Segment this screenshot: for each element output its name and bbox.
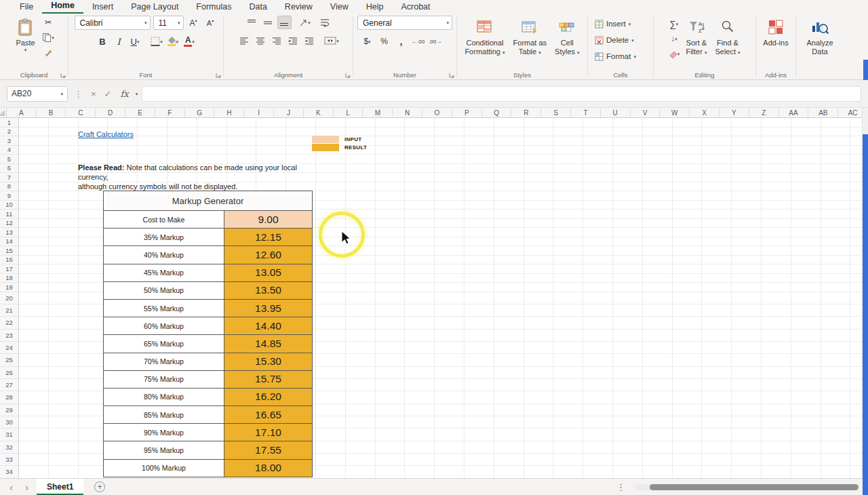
- column-header-F[interactable]: F: [155, 108, 185, 117]
- row-header-31[interactable]: 31: [0, 429, 18, 441]
- grow-font-button[interactable]: A▴: [186, 16, 201, 30]
- row-header-2[interactable]: 2: [0, 127, 18, 137]
- row-header-32[interactable]: 32: [0, 441, 18, 454]
- row-label-cell[interactable]: Cost to Make: [104, 211, 224, 228]
- align-top-button[interactable]: [245, 16, 259, 29]
- row-header-10[interactable]: 10: [0, 201, 18, 210]
- column-header-H[interactable]: H: [214, 108, 244, 117]
- percent-style-button[interactable]: %: [377, 35, 391, 48]
- row-label-cell[interactable]: 70% Markup: [104, 353, 224, 370]
- scrollbar-menu-icon[interactable]: ⋮: [616, 482, 625, 492]
- column-header-I[interactable]: I: [244, 108, 274, 117]
- underline-button[interactable]: U▾: [128, 35, 142, 48]
- row-value-cell[interactable]: 16.20: [224, 389, 312, 405]
- row-header-14[interactable]: 14: [0, 237, 18, 247]
- menu-tab-page-layout[interactable]: Page Layout: [122, 1, 187, 14]
- row-header-33[interactable]: 33: [0, 454, 18, 466]
- row-header-13[interactable]: 13: [0, 228, 18, 237]
- column-header-E[interactable]: E: [125, 108, 155, 117]
- row-header-6[interactable]: 6: [0, 164, 18, 174]
- menu-tab-review[interactable]: Review: [276, 1, 321, 14]
- row-label-cell[interactable]: 90% Markup: [104, 424, 224, 441]
- sort-filter-button[interactable]: AZ Sort & Filter ▾: [682, 16, 710, 58]
- comma-style-button[interactable]: ,: [394, 35, 408, 48]
- font-color-button[interactable]: A ▾: [182, 35, 197, 48]
- fx-icon[interactable]: fx: [118, 89, 132, 99]
- row-header-22[interactable]: 22: [0, 317, 18, 329]
- column-header-Y[interactable]: Y: [719, 108, 749, 117]
- row-value-cell[interactable]: 17.55: [224, 441, 312, 458]
- row-label-cell[interactable]: 100% Markup: [104, 460, 224, 477]
- row-value-cell[interactable]: 14.85: [224, 335, 312, 352]
- font-dialog-launcher[interactable]: [215, 72, 222, 79]
- menu-tab-formulas[interactable]: Formulas: [187, 1, 240, 14]
- column-header-AA[interactable]: AA: [779, 108, 809, 117]
- row-header-4[interactable]: 4: [0, 146, 18, 155]
- column-header-A[interactable]: A: [7, 108, 37, 117]
- align-center-button[interactable]: [253, 34, 267, 47]
- fill-button[interactable]: ↓▾: [667, 32, 681, 45]
- row-label-cell[interactable]: 45% Markup: [104, 264, 224, 281]
- column-header-S[interactable]: S: [541, 108, 571, 117]
- row-value-cell[interactable]: 13.95: [224, 300, 312, 317]
- column-header-O[interactable]: O: [422, 108, 452, 117]
- row-label-cell[interactable]: 80% Markup: [104, 389, 224, 405]
- row-header-16[interactable]: 16: [0, 256, 18, 265]
- row-value-cell[interactable]: 9.00: [224, 211, 312, 228]
- row-value-cell[interactable]: 13.50: [224, 282, 312, 299]
- decrease-indent-button[interactable]: [285, 34, 300, 47]
- bold-button[interactable]: B: [96, 35, 110, 48]
- row-header-18[interactable]: 18: [0, 274, 18, 283]
- column-header-P[interactable]: P: [452, 108, 482, 117]
- column-header-M[interactable]: M: [363, 108, 393, 117]
- row-header-15[interactable]: 15: [0, 246, 18, 256]
- fill-color-button[interactable]: ▾: [166, 35, 180, 48]
- row-header-5[interactable]: 5: [0, 155, 18, 164]
- row-label-cell[interactable]: 50% Markup: [104, 282, 224, 299]
- row-header-28[interactable]: 28: [0, 391, 18, 403]
- number-dialog-launcher[interactable]: [448, 72, 455, 79]
- sheet-nav-right-icon[interactable]: ›: [21, 482, 33, 492]
- menu-tab-insert[interactable]: Insert: [83, 1, 122, 14]
- orientation-button[interactable]: ▾: [298, 16, 312, 29]
- horizontal-scrollbar[interactable]: [635, 484, 859, 490]
- menu-tab-file[interactable]: File: [11, 1, 42, 14]
- row-value-cell[interactable]: 12.60: [224, 246, 312, 263]
- enter-icon[interactable]: ✓: [102, 89, 114, 99]
- row-label-cell[interactable]: 65% Markup: [104, 335, 224, 352]
- row-value-cell[interactable]: 13.05: [224, 264, 312, 281]
- column-header-G[interactable]: G: [185, 108, 215, 117]
- row-header-21[interactable]: 21: [0, 304, 18, 317]
- row-value-cell[interactable]: 18.00: [224, 460, 312, 477]
- insert-cells-button[interactable]: Insert ▾: [591, 16, 650, 32]
- horizontal-scrollbar-thumb[interactable]: [650, 484, 859, 490]
- accounting-format-button[interactable]: $▾: [360, 35, 374, 48]
- font-size-select[interactable]: 11 ▾: [153, 16, 184, 30]
- craft-calculators-link[interactable]: Craft Calculators: [78, 130, 134, 138]
- row-header-27[interactable]: 27: [0, 379, 18, 391]
- cell-styles-button[interactable]: Cell Styles ▾: [551, 16, 583, 58]
- align-left-button[interactable]: [237, 34, 251, 47]
- conditional-formatting-button[interactable]: Conditional Formatting ▾: [461, 16, 508, 58]
- row-value-cell[interactable]: 16.65: [224, 406, 312, 423]
- clipboard-dialog-launcher[interactable]: [60, 72, 66, 79]
- column-header-Z[interactable]: Z: [749, 108, 779, 117]
- vertical-scrollbar-thumb[interactable]: [863, 134, 868, 495]
- column-header-X[interactable]: X: [690, 108, 719, 117]
- row-label-cell[interactable]: 95% Markup: [104, 441, 224, 458]
- column-header-C[interactable]: C: [66, 108, 96, 117]
- column-header-Q[interactable]: Q: [482, 108, 512, 117]
- column-header-R[interactable]: R: [511, 108, 541, 117]
- paste-button[interactable]: Paste ▾: [12, 16, 38, 54]
- find-select-button[interactable]: Find & Select ▾: [711, 16, 743, 58]
- decrease-decimal-button[interactable]: .00→: [428, 35, 442, 48]
- menu-tab-data[interactable]: Data: [240, 1, 275, 14]
- align-middle-button[interactable]: [261, 16, 275, 29]
- copy-button[interactable]: ▾: [41, 31, 56, 44]
- menu-tab-home[interactable]: Home: [42, 0, 83, 14]
- menu-tab-help[interactable]: Help: [357, 1, 393, 14]
- format-cells-button[interactable]: Format ▾: [591, 48, 650, 64]
- row-label-cell[interactable]: 75% Markup: [104, 371, 224, 388]
- column-header-N[interactable]: N: [393, 108, 422, 117]
- align-right-button[interactable]: [269, 34, 283, 47]
